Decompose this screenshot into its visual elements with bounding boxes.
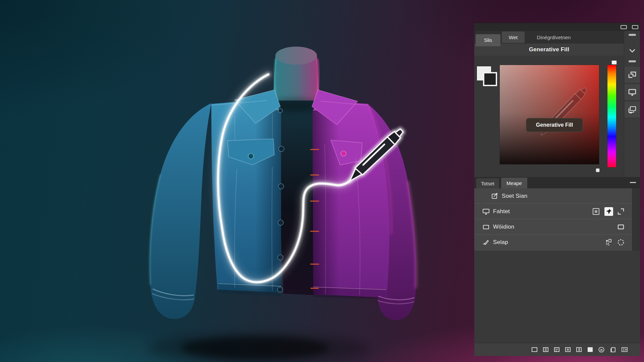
- panel-empty-area: [474, 251, 640, 343]
- square-filled-icon[interactable]: [587, 347, 593, 352]
- ghost-pen-icon: [500, 65, 600, 165]
- list-item[interactable]: Wöidion: [474, 219, 632, 235]
- overlap-frames-icon[interactable]: [625, 101, 640, 118]
- foreground-color-swatch[interactable]: [483, 72, 497, 86]
- thumbnail-icon[interactable]: [592, 207, 600, 216]
- minimize-icon[interactable]: [630, 182, 636, 183]
- list-item-label: Soet Sian: [502, 193, 527, 199]
- list-item-label: Fahtet: [493, 208, 510, 215]
- chevron-down-icon[interactable]: [628, 48, 637, 54]
- color-field-handle[interactable]: [596, 168, 600, 172]
- pen-scribble-icon: [482, 239, 490, 246]
- floor-shadow: [148, 333, 369, 362]
- color-picker: Generative Fill: [474, 56, 624, 177]
- monitor-icon[interactable]: [625, 84, 640, 101]
- hue-slider[interactable]: [607, 65, 616, 168]
- pin-icon[interactable]: [604, 207, 613, 216]
- layers-tab-bar: Totset Meape: [474, 177, 640, 188]
- tab-slis[interactable]: Slis: [476, 34, 500, 46]
- collapse-pill-icon[interactable]: [629, 60, 636, 62]
- square-pattern-icon[interactable]: [554, 347, 560, 352]
- panel-title: Generative Fill: [529, 46, 569, 53]
- color-field[interactable]: Generative Fill: [499, 65, 599, 165]
- edit-square-icon: [491, 192, 498, 200]
- panel-side-rail: [624, 31, 640, 177]
- corner-frame-icon[interactable]: [616, 207, 625, 216]
- list-item-label: Wöidion: [493, 224, 515, 230]
- square-outline-icon[interactable]: [531, 347, 538, 352]
- properties-panel: Slis Wet Dinégrdivetnen Generative Fill: [474, 23, 640, 356]
- tab-meape[interactable]: Meape: [501, 178, 527, 189]
- list-item-label: Selap: [493, 239, 508, 246]
- mannequin-bust: [273, 47, 319, 106]
- layers-list-margin: [632, 188, 640, 251]
- panel-titlebar: [474, 23, 640, 31]
- tab-totset[interactable]: Totset: [476, 178, 499, 188]
- square-bar-icon[interactable]: [576, 347, 582, 352]
- layers-list: Soet Sian Fahtet: [474, 188, 632, 251]
- list-item[interactable]: Soet Sian: [474, 188, 632, 204]
- square-outline-icon[interactable]: [616, 223, 625, 231]
- dashed-octagon-icon[interactable]: [616, 238, 625, 247]
- monitor-icon: [482, 208, 490, 215]
- collapse-pill-icon[interactable]: [629, 34, 636, 36]
- square-outline-icon: [482, 223, 490, 231]
- stacked-squares-icon[interactable]: [610, 347, 616, 353]
- tab-wet[interactable]: Wet: [502, 32, 525, 43]
- square-lines-icon[interactable]: [543, 347, 549, 352]
- window-restore-icon[interactable]: [621, 25, 627, 29]
- hue-slider-handle[interactable]: [611, 60, 617, 65]
- generative-fill-tooltip: Generative Fill: [526, 118, 583, 132]
- window-restore-icon[interactable]: [632, 25, 638, 29]
- jacket-left-sleeve: [150, 103, 211, 319]
- list-item[interactable]: Selap: [474, 235, 632, 250]
- corner-squares-icon[interactable]: [625, 66, 640, 83]
- panel-tab-bar: Slis Wet Dinégrdivetnen: [474, 31, 624, 44]
- tab-dinegrdivetnen[interactable]: Dinégrdivetnen: [525, 31, 582, 44]
- square-eq-icon[interactable]: [621, 347, 628, 352]
- list-item[interactable]: Fahtet: [474, 204, 632, 219]
- panel-bottom-bar: [474, 343, 640, 356]
- badge-icon[interactable]: [598, 347, 605, 353]
- square-inset-icon[interactable]: [565, 347, 571, 352]
- grid-glyph-icon[interactable]: [604, 238, 613, 247]
